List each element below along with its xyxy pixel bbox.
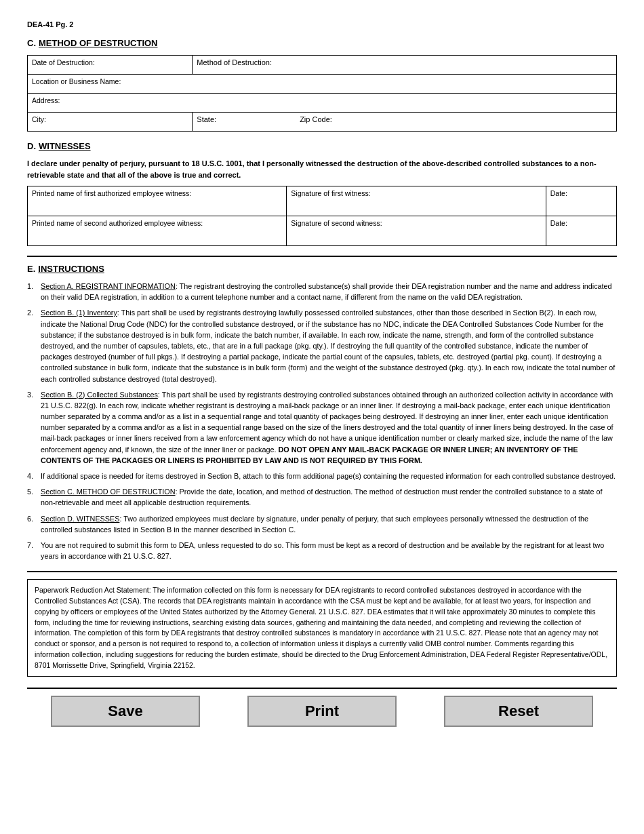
section-e-title: INSTRUCTIONS (38, 264, 104, 274)
paperwork-section: Paperwork Reduction Act Statement: The i… (27, 579, 617, 677)
witness-table: Printed name of first authorized employe… (27, 186, 617, 246)
li-content-4: If additional space is needed for items … (41, 471, 617, 481)
li-content-5: Section C. METHOD OF DESTRUCTION: Provid… (41, 486, 617, 508)
section-c: C. METHOD OF DESTRUCTION Date of Destruc… (27, 38, 617, 132)
second-witness-date-label: Date: (546, 216, 616, 246)
li-content-7: You are not required to submit this form… (41, 540, 617, 561)
location-business-name-label: Location or Business Name: (28, 75, 617, 94)
li-num-2: 2. (27, 307, 41, 384)
print-button[interactable]: Print (247, 696, 397, 727)
section-e-label: E. (27, 264, 35, 274)
address-label: Address: (28, 94, 617, 113)
li-content-6: Section D. WITNESSES: Two authorized emp… (41, 513, 617, 535)
li-content-1: Section A. REGISTRANT INFORMATION: The r… (41, 281, 617, 302)
method-of-destruction-label: Method of Destruction: (193, 56, 617, 75)
section-c-title: METHOD OF DESTRUCTION (39, 38, 158, 48)
instructions-list: 1. Section A. REGISTRANT INFORMATION: Th… (27, 281, 617, 561)
section-d-title: WITNESSES (39, 141, 91, 151)
divider-de (27, 256, 617, 257)
li-num-4: 4. (27, 471, 41, 481)
zip-label: Zip Code: (300, 115, 332, 123)
li-num-5: 5. (27, 486, 41, 508)
state-zip-cell: State: Zip Code: (193, 113, 617, 132)
instruction-6: 6. Section D. WITNESSES: Two authorized … (27, 513, 617, 535)
li-num-7: 7. (27, 540, 41, 561)
save-button[interactable]: Save (51, 696, 200, 727)
section-c-table: Date of Destruction: Method of Destructi… (27, 55, 617, 132)
instruction-1: 1. Section A. REGISTRANT INFORMATION: Th… (27, 281, 617, 302)
date-of-destruction-label: Date of Destruction: (28, 56, 193, 75)
second-witness-name-label: Printed name of second authorized employ… (28, 216, 287, 246)
instruction-3: 3. Section B. (2) Collected Substances: … (27, 389, 617, 466)
divider-e-paperwork (27, 571, 617, 572)
li-num-3: 3. (27, 389, 41, 466)
li-content-2: Section B. (1) Inventory: This part shal… (41, 307, 617, 384)
city-label: City: (28, 113, 193, 132)
instruction-7: 7. You are not required to submit this f… (27, 540, 617, 561)
reset-button[interactable]: Reset (444, 696, 593, 727)
instruction-2: 2. Section B. (1) Inventory: This part s… (27, 307, 617, 384)
section-d: D. WITNESSES I declare under penalty of … (27, 141, 617, 246)
instruction-4: 4. If additional space is needed for ite… (27, 471, 617, 481)
first-witness-date-label: Date: (546, 186, 616, 216)
state-label: State: (197, 115, 216, 123)
li-content-3: Section B. (2) Collected Substances: Thi… (41, 389, 617, 466)
section-c-label: C. (27, 38, 36, 48)
li-num-1: 1. (27, 281, 41, 302)
second-witness-sig-label: Signature of second witness: (287, 216, 546, 246)
declaration-text: I declare under penalty of perjury, purs… (27, 158, 617, 180)
page-header: DEA-41 Pg. 2 (27, 20, 617, 28)
buttons-row: Save Print Reset (27, 688, 617, 727)
first-witness-name-label: Printed name of first authorized employe… (28, 186, 287, 216)
section-d-label: D. (27, 141, 36, 151)
first-witness-sig-label: Signature of first witness: (287, 186, 546, 216)
instruction-5: 5. Section C. METHOD OF DESTRUCTION: Pro… (27, 486, 617, 508)
li-num-6: 6. (27, 513, 41, 535)
section-e: E. INSTRUCTIONS 1. Section A. REGISTRANT… (27, 264, 617, 561)
